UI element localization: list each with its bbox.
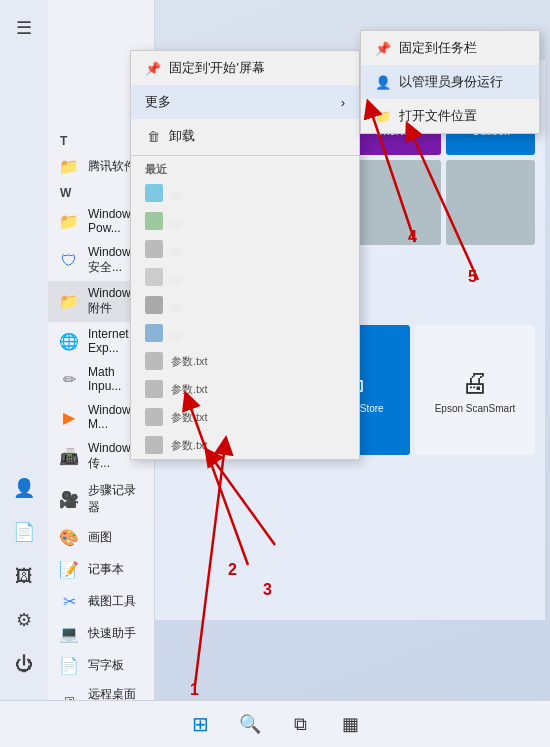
search-button[interactable]: 🔍 (234, 708, 266, 740)
submenu-item-open-location[interactable]: 📁 打开文件位置 (361, 99, 539, 133)
context-menu-item-label: 固定到'开始'屏幕 (169, 59, 265, 77)
sidebar-item-label: 写字板 (88, 657, 124, 674)
remote-icon: 🖥 (58, 692, 80, 700)
sidebar-item-label: 画图 (88, 529, 112, 546)
sidebar-item-remote[interactable]: 🖥 远程桌面连接 (48, 681, 155, 700)
recent-item-3[interactable]: ... (131, 235, 359, 263)
recent-item-label: ... (171, 215, 180, 227)
sidebar-item-label: 截图工具 (88, 593, 136, 610)
sidebar-item-label: 快速助手 (88, 625, 136, 642)
admin-icon: 👤 (375, 75, 391, 90)
tile-blank-2[interactable] (446, 160, 535, 245)
recent-item-9[interactable]: 参数.txt (131, 403, 359, 431)
recent-item-label: 参数.txt (171, 438, 208, 453)
steps-icon: 🎥 (58, 488, 80, 510)
recent-item-label: 参数.txt (171, 382, 208, 397)
sidebar-item-paint[interactable]: 🎨 画图 (48, 521, 155, 553)
taskbar: ⊞ 🔍 ⧉ ▦ (0, 700, 550, 747)
submenu-item-label: 固定到任务栏 (399, 39, 477, 57)
submenu: 📌 固定到任务栏 👤 以管理员身份运行 📁 打开文件位置 (360, 30, 540, 134)
submenu-item-label: 以管理员身份运行 (399, 73, 503, 91)
sidebar-item-label: 步骤记录器 (88, 482, 145, 516)
recent-item-4[interactable]: ... (131, 263, 359, 291)
sidebar-icon-strip: ☰ 👤 📄 🖼 ⚙ ⏻ (0, 0, 48, 700)
annotation-3: 3 (263, 581, 272, 599)
task-view-button[interactable]: ⧉ (284, 708, 316, 740)
fax-icon: 📠 (58, 446, 80, 468)
submenu-item-run-admin[interactable]: 👤 以管理员身份运行 (361, 65, 539, 99)
pin-taskbar-icon: 📌 (375, 41, 391, 56)
annotation-1: 1 (190, 681, 199, 699)
recent-item-7[interactable]: 参数.txt (131, 347, 359, 375)
context-menu-pin-start[interactable]: 📌 固定到'开始'屏幕 (131, 51, 359, 85)
annotation-5: 5 (468, 268, 477, 286)
recent-item-label: ... (171, 327, 180, 339)
document-icon[interactable]: 📄 (6, 514, 42, 550)
doc-icon (145, 324, 163, 342)
tile-blank-1[interactable] (353, 160, 442, 245)
doc-icon (145, 184, 163, 202)
tile-epson[interactable]: 🖨Epson ScanSmart (415, 325, 535, 455)
submenu-item-pin-taskbar[interactable]: 📌 固定到任务栏 (361, 31, 539, 65)
power-icon[interactable]: ⏻ (6, 646, 42, 682)
folder-icon: 📁 (58, 291, 80, 313)
paint-icon: 🎨 (58, 526, 80, 548)
doc-icon (145, 380, 163, 398)
doc-icon (145, 436, 163, 454)
doc-icon (145, 352, 163, 370)
recent-item-label: 参数.txt (171, 410, 208, 425)
folder-icon: 📁 (58, 155, 80, 177)
sidebar-item-quickhelp[interactable]: 💻 快速助手 (48, 617, 155, 649)
folder-open-icon: 📁 (375, 109, 391, 124)
pin-icon: 📌 (145, 61, 161, 76)
recent-item-label: ... (171, 187, 180, 199)
doc-icon (145, 212, 163, 230)
annotation-4: 4 (408, 228, 417, 246)
sidebar-item-snip[interactable]: ✂ 截图工具 (48, 585, 155, 617)
sidebar-item-wordpad[interactable]: 📄 写字板 (48, 649, 155, 681)
shield-icon: 🛡 (58, 250, 80, 272)
recent-item-6[interactable]: ... (131, 319, 359, 347)
math-icon: ✏ (58, 368, 80, 390)
context-menu-uninstall[interactable]: 🗑 卸载 (131, 119, 359, 153)
recent-item-2[interactable]: ... (131, 207, 359, 235)
sidebar-item-steps[interactable]: 🎥 步骤记录器 (48, 477, 155, 521)
recent-item-label: ... (171, 271, 180, 283)
recent-item-label: 参数.txt (171, 354, 208, 369)
annotation-2: 2 (228, 561, 237, 579)
doc-icon (145, 268, 163, 286)
context-menu-item-label: 更多 (145, 93, 171, 111)
notepad-icon: 📝 (58, 558, 80, 580)
scissors-icon: ✂ (58, 590, 80, 612)
doc-icon (145, 240, 163, 258)
widgets-button[interactable]: ▦ (334, 708, 366, 740)
recent-item-1[interactable]: ... (131, 179, 359, 207)
ie-icon: 🌐 (58, 330, 80, 352)
doc-icon (145, 296, 163, 314)
sidebar-item-notepad[interactable]: 📝 记事本 (48, 553, 155, 585)
recent-item-label: ... (171, 243, 180, 255)
media-icon: ▶ (58, 406, 80, 428)
submenu-item-label: 打开文件位置 (399, 107, 477, 125)
trash-icon: 🗑 (145, 129, 161, 144)
context-menu-item-label: 卸载 (169, 127, 195, 145)
hamburger-menu-button[interactable]: ☰ (6, 10, 42, 46)
sidebar-item-label: 腾讯软件 (88, 158, 136, 175)
recent-item-10[interactable]: 参数.txt (131, 431, 359, 459)
doc-icon (145, 408, 163, 426)
context-menu: 📌 固定到'开始'屏幕 更多 › 🗑 卸载 最近 ... ... ... ...… (130, 50, 360, 460)
wordpad-icon: 📄 (58, 654, 80, 676)
settings-icon[interactable]: ⚙ (6, 602, 42, 638)
recent-section-label: 最近 (131, 158, 359, 179)
help-icon: 💻 (58, 622, 80, 644)
context-menu-more[interactable]: 更多 › (131, 85, 359, 119)
start-button[interactable]: ⊞ (184, 708, 216, 740)
recent-item-8[interactable]: 参数.txt (131, 375, 359, 403)
folder-icon: 📁 (58, 210, 80, 232)
sidebar-item-label: 记事本 (88, 561, 124, 578)
sidebar-item-label: 远程桌面连接 (88, 686, 145, 700)
chevron-right-icon: › (341, 95, 345, 110)
recent-item-5[interactable]: ... (131, 291, 359, 319)
photos-icon[interactable]: 🖼 (6, 558, 42, 594)
user-icon[interactable]: 👤 (6, 470, 42, 506)
